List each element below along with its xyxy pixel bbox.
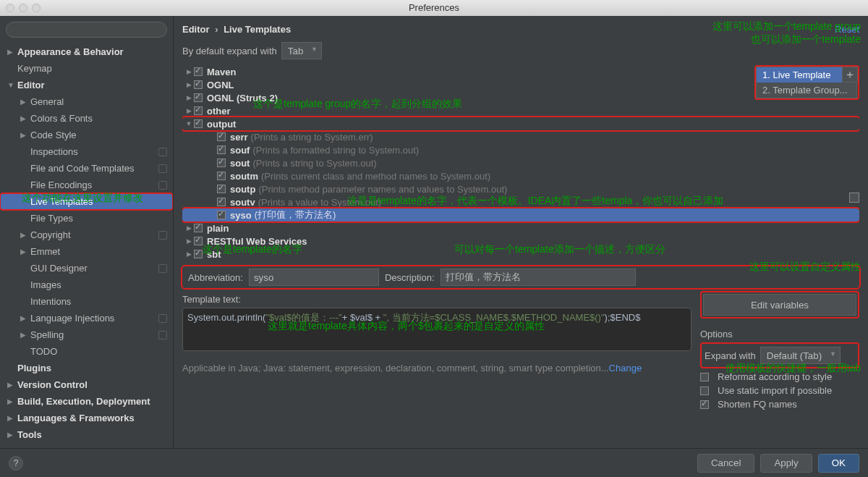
template-checkbox[interactable]	[217, 132, 226, 141]
template-name: soutv	[230, 197, 255, 208]
arrow-icon	[20, 131, 27, 139]
sidebar-item-label: Keymap	[17, 63, 52, 74]
template-text-label: Template text:	[182, 294, 692, 305]
sidebar-item-copyright[interactable]: Copyright	[0, 227, 173, 243]
shorten-fq-label: Shorten FQ names	[718, 399, 797, 410]
sidebar-item-colors-fonts[interactable]: Colors & Fonts	[0, 110, 173, 127]
template-row-soutv[interactable]: soutv(Prints a value to System.out)	[182, 195, 859, 208]
arrow-icon	[7, 81, 14, 89]
template-checkbox[interactable]	[217, 172, 226, 180]
sidebar-item-spelling[interactable]: Spelling	[0, 326, 173, 343]
reformat-label: Reformat according to style	[718, 371, 832, 382]
settings-sidebar: Appearance & BehaviorKeymapEditorGeneral…	[0, 16, 174, 448]
mini-copy-icon[interactable]	[849, 193, 859, 203]
template-hint: (Prints a string to System.err)	[251, 132, 373, 143]
template-name: soutp	[230, 184, 255, 195]
zoom-icon[interactable]	[32, 4, 41, 12]
sidebar-item-version-control[interactable]: Version Control	[0, 376, 173, 393]
applicable-desc: Applicable in Java; Java: statement, exp…	[182, 363, 609, 373]
content-pane: Editor › Live Templates Reset By default…	[174, 16, 868, 448]
sidebar-item-label: Version Control	[17, 379, 88, 390]
template-row-soutm[interactable]: soutm(Prints current class and method na…	[182, 169, 859, 182]
template-checkbox[interactable]	[194, 237, 203, 245]
sidebar-item-gui-designer[interactable]: GUI Designer	[0, 260, 173, 277]
template-row-restful-web-services[interactable]: ▶RESTful Web Services	[182, 235, 859, 248]
sidebar-item-label: TODO	[30, 346, 57, 357]
template-name: serr	[230, 132, 248, 143]
menu-template-group[interactable]: 2. Template Group...	[757, 83, 856, 98]
sidebar-item-live-templates[interactable]: Live Templates	[0, 193, 173, 210]
abbreviation-input[interactable]	[249, 269, 379, 286]
template-checkbox[interactable]	[217, 159, 226, 167]
sidebar-item-appearance-behavior[interactable]: Appearance & Behavior	[0, 43, 173, 60]
crumb-sep: ›	[215, 24, 218, 35]
sidebar-item-file-encodings[interactable]: File Encodings	[0, 177, 173, 193]
template-row-souf[interactable]: souf(Prints a formatted string to System…	[182, 143, 859, 156]
ok-button[interactable]: OK	[818, 454, 859, 473]
close-icon[interactable]	[6, 4, 14, 12]
template-checkbox[interactable]	[194, 93, 203, 102]
template-row-plain[interactable]: ▶plain	[182, 221, 859, 235]
change-link[interactable]: Change	[609, 363, 642, 373]
sidebar-item-file-and-code-templates[interactable]: File and Code Templates	[0, 160, 173, 177]
expand-default-label: By default expand with	[182, 46, 277, 56]
template-text-editor[interactable]: System.out.println("$val$的值是：---"+ $val$…	[182, 308, 692, 351]
sidebar-item-general[interactable]: General	[0, 93, 173, 110]
sidebar-item-intentions[interactable]: Intentions	[0, 293, 173, 310]
template-fields-row: Abbreviation: Description:	[182, 266, 859, 288]
template-row-output[interactable]: ▼output	[182, 117, 859, 130]
template-name: Maven	[207, 67, 236, 77]
desc-label: Description:	[379, 272, 441, 283]
edit-variables-button[interactable]: Edit variables	[703, 294, 856, 316]
reset-link[interactable]: Reset	[835, 24, 859, 35]
sidebar-item-languages-frameworks[interactable]: Languages & Frameworks	[0, 410, 173, 426]
template-checkbox[interactable]	[194, 67, 203, 76]
sidebar-item-code-style[interactable]: Code Style	[0, 127, 173, 143]
sidebar-item-file-types[interactable]: File Types	[0, 210, 173, 227]
sidebar-item-tools[interactable]: Tools	[0, 426, 173, 443]
template-name: sout	[230, 158, 250, 169]
options-label: Options	[700, 329, 859, 339]
abbr-label: Abbreviation:	[182, 272, 249, 283]
sidebar-item-plugins[interactable]: Plugins	[0, 360, 173, 376]
cancel-button[interactable]: Cancel	[697, 454, 755, 473]
breadcrumb: Editor › Live Templates Reset	[182, 16, 859, 42]
template-name: sbt	[207, 249, 221, 260]
help-button[interactable]: ?	[9, 456, 23, 470]
sidebar-item-label: File Types	[30, 213, 73, 224]
minimize-icon[interactable]	[19, 4, 27, 12]
template-checkbox[interactable]	[217, 185, 226, 193]
template-checkbox[interactable]	[217, 198, 226, 206]
template-checkbox[interactable]	[194, 80, 203, 89]
add-template-button[interactable]: ＋	[842, 67, 858, 83]
sidebar-item-inspections[interactable]: Inspections	[0, 143, 173, 160]
template-row-sbt[interactable]: ▶sbt	[182, 248, 859, 261]
reformat-checkbox[interactable]	[700, 373, 709, 381]
template-row-other[interactable]: ▶other	[182, 104, 859, 117]
expand-default-select[interactable]: Tab	[281, 42, 322, 59]
apply-button[interactable]: Apply	[760, 454, 812, 473]
search-input[interactable]	[6, 22, 167, 38]
template-checkbox[interactable]	[194, 250, 203, 258]
sidebar-item-images[interactable]: Images	[0, 277, 173, 293]
template-row-sout[interactable]: sout(Prints a string to System.out)	[182, 156, 859, 169]
static-import-checkbox[interactable]	[700, 387, 709, 395]
sidebar-item-build-execution-deployment[interactable]: Build, Execution, Deployment	[0, 393, 173, 410]
sidebar-item-editor[interactable]: Editor	[0, 77, 173, 93]
sidebar-item-keymap[interactable]: Keymap	[0, 60, 173, 77]
sidebar-item-emmet[interactable]: Emmet	[0, 243, 173, 260]
expand-with-select[interactable]: Default (Tab)	[760, 347, 841, 364]
sidebar-item-language-injections[interactable]: Language Injections	[0, 310, 173, 326]
template-row-soutp[interactable]: soutp(Prints method parameter names and …	[182, 182, 859, 195]
template-checkbox[interactable]	[217, 145, 226, 154]
sidebar-item-todo[interactable]: TODO	[0, 343, 173, 360]
template-checkbox[interactable]	[194, 119, 203, 128]
description-input[interactable]	[441, 269, 636, 286]
template-row-syso[interactable]: syso(打印值，带方法名)	[182, 208, 859, 221]
template-checkbox[interactable]	[217, 211, 226, 219]
shorten-fq-checkbox[interactable]	[700, 400, 709, 409]
template-checkbox[interactable]	[194, 224, 203, 232]
template-checkbox[interactable]	[194, 106, 203, 115]
template-row-serr[interactable]: serr(Prints a string to System.err)	[182, 130, 859, 143]
template-hint: (Prints a formatted string to System.out…	[252, 145, 419, 156]
